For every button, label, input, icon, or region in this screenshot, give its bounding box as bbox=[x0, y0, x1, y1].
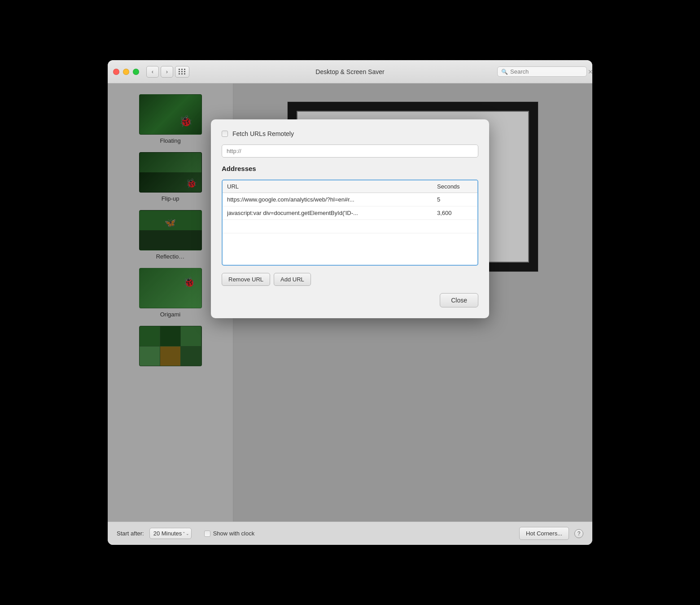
table-cell-url-1: javascript:var div=document.getElementBy… bbox=[227, 210, 437, 216]
table-cell-url-0: https://www.google.com/analytics/web/?hl… bbox=[227, 196, 437, 203]
bottom-bar: Start after: 20 Minutes Show with clock … bbox=[108, 522, 592, 545]
nav-buttons: ‹ › bbox=[146, 66, 173, 78]
apps-grid-icon bbox=[179, 69, 186, 75]
duration-select-wrapper[interactable]: 20 Minutes bbox=[149, 528, 192, 539]
table-header: URL Seconds bbox=[223, 180, 477, 193]
apps-grid-button[interactable] bbox=[175, 66, 189, 78]
close-button[interactable] bbox=[113, 69, 119, 75]
addresses-table: URL Seconds https://www.google.com/analy… bbox=[222, 180, 478, 266]
help-button[interactable]: ? bbox=[574, 529, 583, 538]
window-title: Desktop & Screen Saver bbox=[315, 68, 384, 75]
modal-dialog: Fetch URLs Remotely Addresses URL Second… bbox=[211, 119, 489, 318]
show-clock-checkbox[interactable] bbox=[204, 530, 210, 537]
modal-action-buttons: Remove URL Add URL bbox=[222, 273, 478, 286]
maximize-button[interactable] bbox=[133, 69, 139, 75]
search-input[interactable] bbox=[510, 68, 586, 75]
titlebar: ‹ › Desktop & Screen Saver 🔍 ✕ bbox=[108, 60, 592, 83]
main-content: Floating 🐞 Flip-up 🦋 Reflectio… bbox=[108, 83, 592, 522]
remove-url-button[interactable]: Remove URL bbox=[222, 273, 270, 286]
add-url-button[interactable]: Add URL bbox=[274, 273, 311, 286]
addresses-label: Addresses bbox=[222, 165, 478, 172]
table-row[interactable]: https://www.google.com/analytics/web/?hl… bbox=[223, 193, 477, 206]
table-cell-seconds-0: 5 bbox=[437, 196, 473, 203]
search-clear-button[interactable]: ✕ bbox=[588, 69, 592, 75]
duration-select[interactable]: 20 Minutes bbox=[149, 528, 192, 539]
table-row-empty-1 bbox=[223, 220, 477, 233]
close-button[interactable]: Close bbox=[440, 293, 478, 307]
fetch-urls-checkbox[interactable] bbox=[222, 131, 228, 137]
fetch-urls-row: Fetch URLs Remotely bbox=[222, 130, 478, 137]
table-cell-seconds-1: 3,600 bbox=[437, 210, 473, 216]
modal-close-row: Close bbox=[222, 293, 478, 307]
hot-corners-button[interactable]: Hot Corners... bbox=[519, 527, 569, 540]
back-button[interactable]: ‹ bbox=[146, 66, 159, 78]
url-input[interactable] bbox=[222, 145, 478, 158]
table-header-seconds: Seconds bbox=[437, 183, 473, 190]
modal-overlay: Fetch URLs Remotely Addresses URL Second… bbox=[108, 83, 592, 522]
table-header-url: URL bbox=[227, 183, 437, 190]
traffic-lights bbox=[113, 69, 139, 75]
fetch-urls-label: Fetch URLs Remotely bbox=[232, 130, 294, 137]
table-row[interactable]: javascript:var div=document.getElementBy… bbox=[223, 206, 477, 220]
minimize-button[interactable] bbox=[123, 69, 129, 75]
start-after-label: Start after: bbox=[117, 530, 144, 537]
search-bar[interactable]: 🔍 ✕ bbox=[497, 66, 587, 77]
show-clock-checkbox-row[interactable]: Show with clock bbox=[204, 530, 254, 537]
table-row-empty-2 bbox=[223, 233, 477, 247]
forward-button[interactable]: › bbox=[161, 66, 173, 78]
show-clock-label: Show with clock bbox=[213, 530, 254, 537]
table-body: https://www.google.com/analytics/web/?hl… bbox=[223, 193, 477, 265]
main-window: ‹ › Desktop & Screen Saver 🔍 ✕ Floating bbox=[108, 60, 592, 545]
search-icon: 🔍 bbox=[501, 69, 508, 75]
